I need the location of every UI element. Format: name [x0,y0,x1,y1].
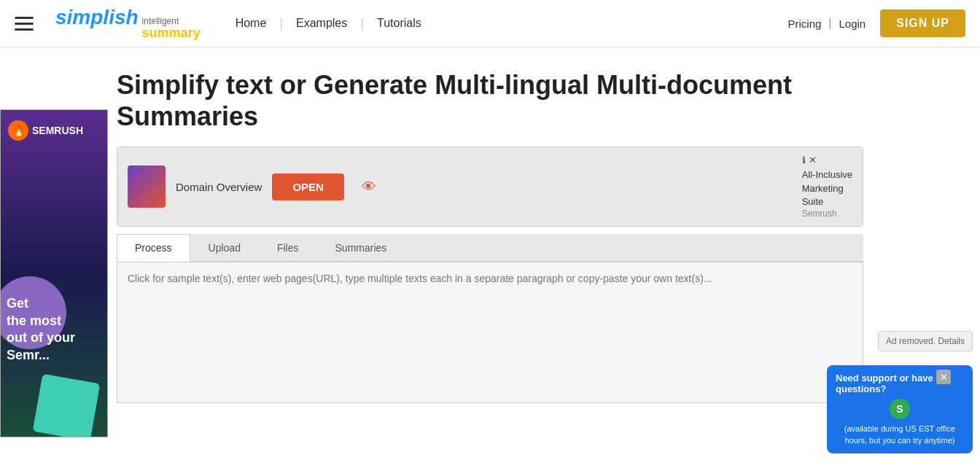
header-right: Pricing | Login SIGN UP [788,9,965,37]
ad-banner: Domain Overview OPEN 👁 ℹ ✕ All-Inclusive… [117,147,863,227]
support-subtext: (available during US EST office hours, b… [836,424,964,446]
tabs-bar: Process Upload Files Summaries [117,234,863,262]
tab-files[interactable]: Files [259,234,317,261]
semrush-logo-area: 🔥 SEMRUSH [8,120,83,141]
ad-label: Domain Overview [176,181,262,193]
shape-teal [33,374,101,437]
ad-open-button[interactable]: OPEN [272,173,344,200]
hero-section: Simplify text or Generate Multi-lingual … [0,47,980,139]
left-ad-banner: 🔥 SEMRUSH Getthe mostout of yourSemr... [0,109,108,437]
login-link[interactable]: Login [839,17,866,30]
ad-removed-text: Ad removed. Details [886,336,965,346]
support-chat-widget: ✕ Need support or have questions? S (ava… [827,365,973,453]
logo-summary: summary [142,26,201,41]
ad-removed-notice: Ad removed. Details [878,331,973,351]
ad-banner-right: ℹ ✕ All-InclusiveMarketingSuite Semrush [802,155,852,219]
semrush-icon: 🔥 [8,120,28,141]
tab-upload[interactable]: Upload [190,234,259,261]
top-sep-1: | [828,17,831,30]
tab-process[interactable]: Process [117,234,190,262]
nav-tutorials[interactable]: Tutorials [364,17,435,30]
eye-icon[interactable]: 👁 [362,179,376,195]
ad-right-text: All-InclusiveMarketingSuite [802,168,852,208]
tab-summaries[interactable]: Summaries [317,234,405,261]
logo-simplish: simplish [55,6,139,29]
close-ad-icon[interactable]: ✕ [809,155,817,165]
hero-title: Simplify text or Generate Multi-lingual … [117,69,863,132]
text-input[interactable] [128,273,852,389]
support-close-button[interactable]: ✕ [936,370,951,384]
nav-examples[interactable]: Examples [283,17,360,30]
semrush-name: SEMRUSH [32,125,83,136]
logo[interactable]: simplish intelligent summary [55,6,201,41]
text-input-wrapper [117,262,863,403]
logo-text-block: intelligent summary [142,17,201,41]
ad-banner-left: Domain Overview OPEN 👁 [128,165,376,208]
pricing-link[interactable]: Pricing [788,17,821,30]
support-avatar: S [890,399,910,419]
ad-right-brand: Semrush [802,208,837,219]
main-nav: Home | Examples | Tutorials [222,16,435,31]
header-left: simplish intelligent summary Home | Exam… [15,6,435,41]
header: simplish intelligent summary Home | Exam… [0,0,980,47]
logo-intelligent: intelligent [142,17,179,26]
ad-thumbnail [128,165,166,208]
ad-right-icons: ℹ ✕ [802,155,817,165]
semrush-logo: 🔥 SEMRUSH [8,120,83,141]
main-content [117,262,863,403]
nav-home[interactable]: Home [222,17,280,30]
info-icon[interactable]: ℹ [802,155,806,165]
hamburger-menu[interactable] [15,17,34,31]
left-ad-text: Getthe mostout of yourSemr... [7,295,75,364]
signup-button[interactable]: SIGN UP [880,9,965,37]
